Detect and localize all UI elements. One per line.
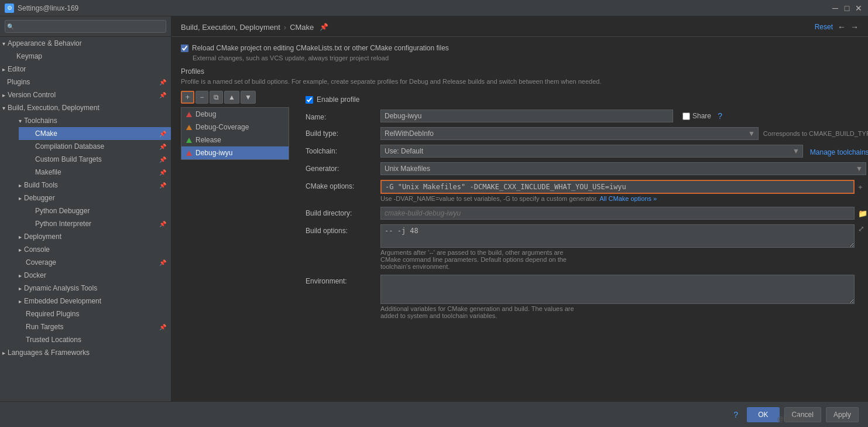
sidebar-item-build-tools[interactable]: Build Tools 📌	[9, 179, 171, 192]
expand-icon	[2, 349, 5, 357]
sidebar-item-cmake[interactable]: CMake 📌	[19, 127, 171, 140]
manage-toolchains-link[interactable]: Manage toolchains...	[810, 146, 868, 156]
sidebar-item-required-plugins[interactable]: Required Plugins	[9, 308, 171, 320]
enable-profile-checkbox[interactable]	[306, 96, 313, 104]
sidebar-item-python-debugger[interactable]: Python Debugger	[19, 204, 171, 217]
expand-icon	[2, 39, 5, 47]
right-panel: Enable profile Name: Share ?	[296, 91, 868, 329]
profile-triangle-release	[186, 138, 192, 143]
share-help-button[interactable]: ?	[713, 110, 726, 122]
sidebar-item-label: Deployment	[24, 233, 61, 241]
profile-item-release[interactable]: Release	[181, 134, 289, 146]
pin-icon: 📌	[159, 79, 166, 86]
share-row: Share ?	[682, 110, 726, 122]
form-row-build-type: Build type: RelWithDebInfo Debug Release	[306, 127, 868, 140]
sidebar-item-editor[interactable]: Editor	[0, 63, 171, 76]
content-header: Build, Execution, Deployment › CMake 📌 R…	[171, 16, 868, 37]
expand-icon	[2, 104, 5, 112]
sidebar-item-label: Version Control	[8, 91, 56, 99]
cmake-options-label: CMake options:	[306, 180, 376, 190]
sidebar-item-embedded-development[interactable]: Embedded Development	[9, 295, 171, 308]
apply-button[interactable]: Apply	[826, 407, 859, 422]
copy-profile-button[interactable]: ⧉	[210, 91, 223, 104]
name-input[interactable]	[380, 110, 673, 122]
pin-icon: 📌	[159, 221, 166, 227]
sidebar-item-label: CMake	[35, 129, 57, 138]
profile-label-debug-coverage: Debug-Coverage	[195, 123, 249, 131]
profile-item-debug[interactable]: Debug	[181, 108, 289, 121]
sidebar-item-console[interactable]: Console	[9, 243, 171, 256]
sidebar-item-label: Docker	[24, 271, 46, 279]
sidebar-item-appearance-behavior[interactable]: Appearance & Behavior	[0, 37, 171, 50]
sidebar-item-build-execution-deployment[interactable]: Build, Execution, Deployment	[0, 101, 171, 114]
minimize-button[interactable]: ─	[831, 4, 840, 13]
sidebar-item-plugins[interactable]: Plugins 📌	[0, 76, 171, 88]
content-area: Build, Execution, Deployment › CMake 📌 R…	[171, 16, 868, 401]
reload-desc: External changes, such as VCS update, al…	[193, 54, 859, 62]
cmake-options-link[interactable]: All CMake options »	[599, 195, 657, 202]
pin-icon: 📌	[159, 92, 166, 98]
sidebar-item-custom-build-targets[interactable]: Custom Build Targets 📌	[19, 153, 171, 166]
profile-item-debug-iwyu[interactable]: Debug-iwyu	[181, 146, 289, 159]
watermark: @51CTO...	[777, 415, 809, 422]
cmake-options-expand-button[interactable]: ⤢	[866, 183, 868, 192]
move-up-button[interactable]: ▲	[224, 91, 239, 104]
reset-link[interactable]: Reset	[815, 23, 833, 31]
sidebar-item-version-control[interactable]: Version Control 📌	[0, 88, 171, 101]
sidebar-item-trusted-locations[interactable]: Trusted Locations	[9, 333, 171, 346]
move-down-button[interactable]: ▼	[241, 91, 256, 104]
pin-icon: 📌	[159, 131, 166, 137]
nav-forward-button[interactable]: →	[850, 22, 859, 32]
nav-back-button[interactable]: ←	[838, 22, 846, 32]
remove-profile-button[interactable]: −	[195, 91, 208, 104]
pin-icon: 📌	[159, 182, 166, 189]
reload-checkbox[interactable]	[181, 45, 188, 52]
expand-icon	[19, 245, 22, 254]
pin-button[interactable]: 📌	[320, 23, 328, 31]
share-label: Share	[692, 112, 711, 120]
build-dir-browse-button[interactable]: 📁	[857, 209, 868, 218]
add-profile-button[interactable]: +	[181, 91, 194, 104]
build-dir-control: 📁	[380, 207, 868, 220]
environment-textarea[interactable]	[380, 275, 855, 304]
sidebar-item-run-targets[interactable]: Run Targets 📌	[9, 320, 171, 333]
sidebar-item-docker[interactable]: Docker	[9, 269, 171, 282]
cmake-options-control: + ⤢ Use -DVAR_NAME=value to set variable…	[380, 180, 868, 202]
sidebar-item-label: Coverage	[26, 258, 56, 267]
expand-icon	[19, 117, 22, 125]
expand-icon	[19, 271, 22, 279]
sidebar-item-deployment[interactable]: Deployment	[9, 230, 171, 243]
build-type-hint: Corresponds to CMAKE_BUILD_TYPE	[763, 130, 868, 137]
toolchain-select[interactable]: Use: Default	[380, 145, 803, 158]
build-options-control: -- -j 48 ⤢ Arguments after '--' are pass…	[380, 224, 868, 270]
sidebar-item-dynamic-analysis-tools[interactable]: Dynamic Analysis Tools	[9, 282, 171, 295]
maximize-button[interactable]: □	[842, 4, 852, 13]
sidebar-item-debugger[interactable]: Debugger	[9, 192, 171, 204]
sidebar-item-python-interpreter[interactable]: Python Interpreter 📌	[19, 217, 171, 230]
sidebar-item-label: Plugins	[7, 78, 30, 86]
form-row-cmake-options: CMake options: + ⤢ Us	[306, 180, 868, 202]
build-options-textarea[interactable]: -- -j 48	[380, 224, 855, 248]
sidebar-item-languages-frameworks[interactable]: Languages & Frameworks	[0, 346, 171, 359]
cmake-options-input[interactable]	[380, 180, 855, 194]
cmake-options-add-button[interactable]: +	[857, 183, 864, 192]
build-type-select[interactable]: RelWithDebInfo Debug Release MinSizeRel	[380, 127, 759, 140]
help-button[interactable]: ?	[729, 408, 742, 421]
share-checkbox[interactable]	[682, 112, 690, 120]
expand-icon	[2, 65, 5, 73]
pin-icon: 📌	[159, 324, 166, 330]
sidebar-item-keymap[interactable]: Keymap	[9, 50, 171, 63]
sidebar-item-label: Appearance & Behavior	[8, 39, 82, 47]
generator-select[interactable]: Unix Makefiles Ninja Default	[380, 162, 866, 175]
build-dir-input[interactable]	[380, 207, 855, 220]
ok-button[interactable]: OK	[747, 407, 779, 422]
enable-profile-row: Enable profile	[306, 95, 868, 104]
sidebar-item-compilation-database[interactable]: Compilation Database 📌	[19, 140, 171, 153]
search-input[interactable]	[5, 20, 166, 33]
sidebar-item-toolchains[interactable]: Toolchains	[9, 114, 171, 127]
profile-item-debug-coverage[interactable]: Debug-Coverage	[181, 121, 289, 134]
close-button[interactable]: ✕	[854, 4, 863, 13]
sidebar-item-coverage[interactable]: Coverage 📌	[9, 256, 171, 269]
build-options-expand-button[interactable]: ⤢	[857, 224, 866, 233]
sidebar-item-makefile[interactable]: Makefile 📌	[19, 166, 171, 179]
